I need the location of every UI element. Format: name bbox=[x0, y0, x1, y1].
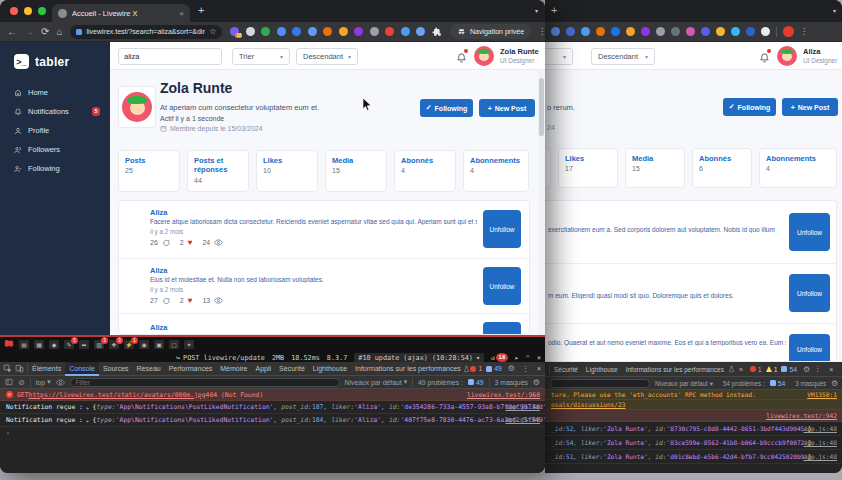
profile-avatar-icon[interactable] bbox=[783, 26, 794, 37]
source-link[interactable]: livewirex.test/:942 bbox=[762, 412, 837, 419]
debugbar-close-icon[interactable]: × bbox=[537, 354, 541, 362]
sidebar-item-following[interactable]: Following bbox=[0, 159, 110, 178]
debugbar-history-icon[interactable]: ↺ 18 bbox=[491, 353, 508, 362]
tab-application[interactable]: Appli bbox=[252, 362, 276, 376]
maximize-window-button[interactable] bbox=[38, 7, 46, 15]
stat-card-likes[interactable]: Likes 17 bbox=[558, 148, 618, 188]
tab-search-icon[interactable]: ▾ bbox=[535, 7, 538, 14]
tab-securite[interactable]: Sécurité bbox=[550, 362, 582, 376]
extension-icon[interactable] bbox=[551, 27, 560, 36]
extension-icon[interactable] bbox=[746, 27, 755, 36]
stat-card-posts-replies[interactable]: Posts et réponses 44 bbox=[187, 150, 249, 192]
laravel-logo-icon[interactable] bbox=[4, 339, 14, 349]
unfollow-button[interactable]: Unfollow bbox=[789, 213, 830, 251]
tab-sources[interactable]: Sources bbox=[99, 362, 133, 376]
console-prompt[interactable]: › bbox=[0, 427, 545, 439]
source-link[interactable]: livewirex.test/:960 bbox=[463, 391, 540, 399]
debugbar-exceptions-icon[interactable]: ◆ bbox=[49, 340, 59, 349]
unfollow-button[interactable]: Unfollow bbox=[789, 274, 830, 312]
browser-tab[interactable]: Accueil - Livewire X × bbox=[52, 4, 190, 22]
stat-card-media[interactable]: Media 15 bbox=[325, 150, 387, 192]
extension-icon[interactable]: 18 bbox=[230, 27, 239, 36]
issues-count[interactable]: 49 bbox=[486, 365, 502, 372]
source-link[interactable]: app.js:48 bbox=[799, 453, 837, 460]
stat-card-posts[interactable]: Posts 25 bbox=[118, 150, 180, 192]
post-author[interactable]: Aliza bbox=[150, 208, 168, 217]
menu-icon[interactable]: ⋮ bbox=[538, 27, 545, 36]
devtools-settings-icon[interactable]: ⚙ bbox=[803, 365, 810, 374]
tab-security[interactable]: Sécurité bbox=[275, 362, 309, 376]
current-user[interactable]: Aliza UI Designer bbox=[777, 46, 837, 66]
debugbar-views-icon[interactable]: ✎5 bbox=[64, 340, 74, 349]
console-sidebar-icon[interactable] bbox=[5, 378, 13, 386]
extension-icon[interactable] bbox=[277, 27, 286, 36]
extension-icon[interactable] bbox=[716, 27, 725, 36]
extension-icon[interactable] bbox=[308, 27, 317, 36]
extension-icon[interactable] bbox=[416, 27, 425, 36]
extension-icon[interactable] bbox=[385, 27, 394, 36]
stat-card-likes[interactable]: Likes 10 bbox=[256, 150, 318, 192]
tab-close-icon[interactable]: × bbox=[179, 9, 184, 18]
debugbar-session-icon[interactable]: ▣ bbox=[154, 340, 164, 349]
new-tab-button[interactable]: + bbox=[551, 4, 557, 16]
console-filter-input[interactable] bbox=[550, 379, 650, 388]
sidebar-item-notifications[interactable]: Notifications 5 bbox=[0, 102, 110, 121]
debugbar-timeline-icon[interactable]: ▦ bbox=[34, 340, 44, 349]
stat-card-media[interactable]: Media 15 bbox=[625, 148, 685, 188]
extension-icon[interactable] bbox=[596, 27, 605, 36]
issues-count[interactable]: 54 bbox=[781, 366, 797, 373]
tab-elements[interactable]: Éléments bbox=[28, 362, 65, 376]
extension-icon[interactable] bbox=[292, 27, 301, 36]
site-info-icon[interactable] bbox=[76, 29, 82, 35]
tab-lighthouse[interactable]: Lighthouse bbox=[582, 362, 622, 376]
log-levels-select[interactable]: Niveaux par défaut ▾ bbox=[345, 378, 407, 386]
sort-select[interactable]: Trier ▾ bbox=[232, 48, 290, 65]
extension-icon[interactable] bbox=[323, 27, 332, 36]
notifications-bell-icon[interactable] bbox=[759, 50, 770, 68]
tab-search-icon[interactable]: ▾ bbox=[833, 7, 836, 14]
direction-select[interactable]: Descendant ▾ bbox=[591, 48, 655, 65]
debugbar-route-icon[interactable]: ➦ bbox=[79, 340, 89, 349]
new-post-button[interactable]: + New Post bbox=[479, 99, 535, 117]
app-logo[interactable]: >_ tabler bbox=[0, 42, 110, 69]
extension-icon[interactable] bbox=[354, 27, 363, 36]
log-levels-select[interactable]: Niveaux par défaut ▾ bbox=[655, 380, 713, 387]
minimize-window-button[interactable] bbox=[24, 7, 32, 15]
extension-icon[interactable] bbox=[339, 27, 348, 36]
console-error-count[interactable]: 1 bbox=[470, 365, 482, 372]
extension-icon[interactable] bbox=[566, 27, 575, 36]
following-button[interactable]: ✓ Following bbox=[420, 99, 473, 117]
stat-card[interactable] bbox=[545, 148, 551, 188]
source-link[interactable]: app.js:48 bbox=[799, 439, 837, 446]
direction-select[interactable]: Descendant ▾ bbox=[296, 48, 358, 65]
debugbar-request-info[interactable]: ↪ POST livewire/update bbox=[176, 354, 265, 362]
unfollow-button[interactable] bbox=[483, 322, 521, 335]
sidebar-item-home[interactable]: Home bbox=[0, 83, 110, 102]
extension-icon[interactable] bbox=[246, 27, 255, 36]
extension-icon[interactable] bbox=[611, 27, 620, 36]
stat-card-abonnements[interactable]: Abonnements 4 bbox=[463, 150, 529, 192]
current-user[interactable]: Zola Runte UI Designer bbox=[474, 46, 539, 66]
comment-icon[interactable] bbox=[162, 239, 170, 247]
address-bar[interactable]: livewirex.test/?search=aliza&sort=&dire.… bbox=[70, 25, 222, 39]
post-author[interactable]: Aliza bbox=[150, 323, 168, 332]
extension-icon[interactable] bbox=[581, 27, 590, 36]
extension-icon[interactable] bbox=[671, 27, 680, 36]
tab-perf-insights[interactable]: Informations sur les performances bbox=[622, 362, 728, 376]
console-settings-icon[interactable]: ⚙ bbox=[831, 379, 838, 388]
console-warning-count[interactable]: 1 bbox=[766, 366, 778, 373]
extension-icon[interactable] bbox=[641, 27, 650, 36]
debugbar-gate-icon[interactable]: ◉ bbox=[139, 340, 149, 349]
unfollow-button[interactable]: Unfollow bbox=[789, 334, 830, 362]
eye-icon[interactable] bbox=[56, 379, 65, 386]
stat-card-abonnes[interactable]: Abonnés 6 bbox=[692, 148, 752, 188]
menu-icon[interactable]: ⋮ bbox=[800, 27, 808, 36]
extension-icon[interactable] bbox=[370, 27, 379, 36]
search-input[interactable] bbox=[118, 48, 222, 65]
extensions-puzzle-icon[interactable] bbox=[432, 27, 442, 37]
stat-card-abonnements[interactable]: Abonnements 4 bbox=[759, 148, 837, 188]
new-post-button[interactable]: + New Post bbox=[782, 98, 838, 116]
forward-icon[interactable]: → bbox=[24, 26, 34, 37]
source-link[interactable]: app.js:48 bbox=[799, 425, 837, 432]
unfollow-button[interactable]: Unfollow bbox=[483, 210, 521, 248]
